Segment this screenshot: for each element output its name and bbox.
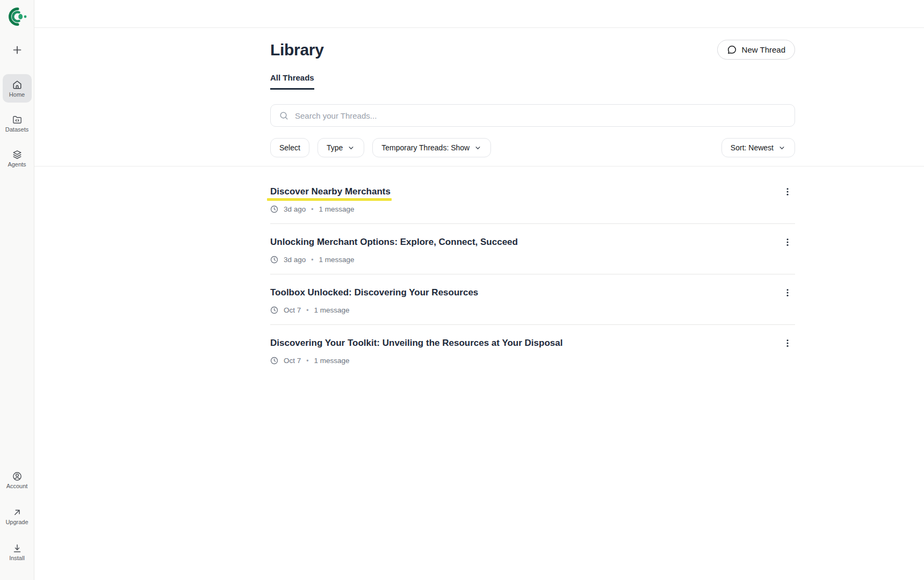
sidebar-item-label: Home — [9, 92, 25, 98]
thread-timestamp: Oct 7 — [284, 357, 301, 365]
search-input[interactable] — [295, 111, 786, 120]
tabs-bar: All Threads — [270, 73, 795, 90]
chevron-down-icon — [347, 144, 355, 152]
thread-menu-button[interactable] — [780, 235, 795, 250]
logo-arcs-icon — [8, 7, 27, 26]
thread-list-item[interactable]: Unlocking Merchant Options: Explore, Con… — [270, 224, 795, 274]
clock-icon — [270, 256, 278, 264]
meta-separator: • — [306, 307, 308, 314]
thread-list-section: Discover Nearby Merchants 3d ago • 1 mes… — [270, 166, 795, 375]
thread-timestamp: Oct 7 — [284, 306, 301, 314]
sidebar-item-home[interactable]: Home — [3, 74, 32, 103]
thread-title: Discover Nearby Merchants — [270, 186, 391, 198]
kebab-menu-icon — [783, 338, 792, 348]
temporary-threads-label: Temporary Threads: Show — [381, 143, 470, 152]
main-area: Library New Thread All Threads — [34, 0, 924, 580]
kebab-menu-icon — [783, 288, 792, 298]
agents-icon — [12, 149, 23, 160]
thread-timestamp: 3d ago — [284, 256, 306, 264]
thread-message-count: 1 message — [314, 357, 349, 365]
thread-list-item[interactable]: Discover Nearby Merchants 3d ago • 1 mes… — [270, 173, 795, 224]
sidebar-item-upgrade[interactable]: Upgrade — [3, 502, 32, 530]
new-thread-label: New Thread — [742, 45, 785, 54]
plus-icon — [11, 44, 23, 56]
sort-dropdown[interactable]: Sort: Newest — [721, 138, 795, 157]
upgrade-icon — [12, 507, 23, 518]
temporary-threads-dropdown[interactable]: Temporary Threads: Show — [372, 138, 491, 157]
sidebar-item-label: Account — [6, 483, 28, 489]
sidebar-item-label: Install — [9, 555, 25, 561]
sidebar-item-label: Agents — [8, 162, 26, 168]
sort-label: Sort: Newest — [731, 143, 774, 152]
kebab-menu-icon — [783, 187, 792, 197]
thread-title-link[interactable]: Toolbox Unlocked: Discovering Your Resou… — [270, 287, 478, 299]
thread-title: Unlocking Merchant Options: Explore, Con… — [270, 236, 518, 248]
sidebar-item-account[interactable]: Account — [3, 466, 32, 494]
library-header-section: Library New Thread All Threads — [270, 28, 795, 157]
meta-separator: • — [306, 357, 308, 365]
thread-list-item[interactable]: Toolbox Unlocked: Discovering Your Resou… — [270, 274, 795, 325]
thread-meta: Oct 7 • 1 message — [270, 306, 795, 314]
chevron-down-icon — [778, 144, 786, 152]
new-thread-button[interactable]: New Thread — [717, 40, 795, 60]
select-label: Select — [279, 143, 300, 152]
kebab-menu-icon — [783, 237, 792, 247]
tab-all-threads[interactable]: All Threads — [270, 73, 314, 90]
clock-icon — [270, 357, 278, 365]
filter-bar: Select Type Temporary Threads: Show — [270, 138, 795, 157]
sidebar-item-label: Datasets — [5, 127, 28, 133]
app-window: Home Datasets Agents — [0, 0, 924, 580]
search-icon — [279, 111, 289, 121]
sidebar-item-datasets[interactable]: Datasets — [3, 109, 32, 137]
home-icon — [12, 79, 23, 90]
sidebar-nav: Home Datasets Agents — [0, 74, 34, 172]
sidebar: Home Datasets Agents — [0, 0, 34, 580]
account-icon — [12, 471, 23, 482]
thread-meta: Oct 7 • 1 message — [270, 357, 795, 365]
thread-title-link[interactable]: Discovering Your Toolkit: Unveiling the … — [270, 337, 562, 349]
type-filter-dropdown[interactable]: Type — [317, 138, 364, 157]
select-button[interactable]: Select — [270, 138, 309, 157]
type-filter-label: Type — [327, 143, 343, 152]
thread-message-count: 1 message — [319, 205, 355, 213]
thread-meta: 3d ago • 1 message — [270, 256, 795, 264]
chevron-down-icon — [474, 144, 482, 152]
search-bar[interactable] — [270, 104, 795, 127]
datasets-icon — [12, 114, 23, 125]
top-bar — [34, 0, 924, 28]
thread-timestamp: 3d ago — [284, 205, 306, 213]
sidebar-item-install[interactable]: Install — [3, 538, 32, 566]
meta-separator: • — [311, 206, 313, 213]
clock-icon — [270, 205, 278, 213]
thread-title: Toolbox Unlocked: Discovering Your Resou… — [270, 287, 478, 299]
page-title: Library — [270, 41, 324, 59]
thread-menu-button[interactable] — [780, 184, 795, 199]
thread-list: Discover Nearby Merchants 3d ago • 1 mes… — [270, 166, 795, 375]
thread-title-link[interactable]: Discover Nearby Merchants — [270, 186, 391, 198]
thread-meta: 3d ago • 1 message — [270, 205, 795, 213]
speech-bubble-icon — [727, 45, 737, 55]
install-icon — [12, 543, 23, 554]
new-thread-plus-button[interactable] — [8, 40, 27, 60]
thread-message-count: 1 message — [319, 256, 355, 264]
sidebar-item-agents[interactable]: Agents — [3, 144, 32, 172]
clock-icon — [270, 306, 278, 314]
thread-list-item[interactable]: Discovering Your Toolkit: Unveiling the … — [270, 325, 795, 375]
thread-message-count: 1 message — [314, 306, 349, 314]
thread-title: Discovering Your Toolkit: Unveiling the … — [270, 337, 562, 349]
thread-menu-button[interactable] — [780, 285, 795, 300]
sidebar-bottom-nav: Account Upgrade Install — [0, 466, 34, 580]
meta-separator: • — [311, 256, 313, 264]
thread-title-link[interactable]: Unlocking Merchant Options: Explore, Con… — [270, 236, 518, 248]
sidebar-item-label: Upgrade — [5, 519, 28, 525]
app-logo[interactable] — [8, 7, 27, 26]
thread-menu-button[interactable] — [780, 336, 795, 351]
